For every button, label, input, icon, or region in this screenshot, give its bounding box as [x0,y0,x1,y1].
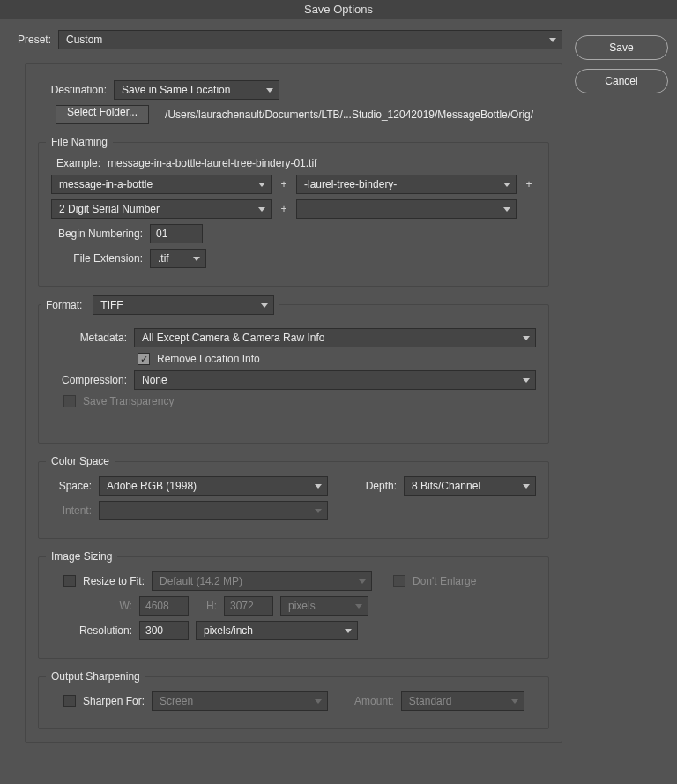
preset-label: Preset: [9,34,51,46]
remove-location-label: Remove Location Info [157,353,260,365]
token1-select[interactable]: message-in-a-bottle [51,175,272,194]
compression-label: Compression: [51,374,127,386]
sharpen-select: Screen [152,691,328,711]
output-sharpening-group: Output Sharpening Sharpen For: Screen Am… [38,676,549,729]
color-space-legend: Color Space [46,455,115,467]
intent-select [99,501,328,520]
w-input [139,596,189,616]
depth-select[interactable]: 8 Bits/Channel [404,476,536,496]
destination-label: Destination: [38,84,107,96]
resize-select: Default (14.2 MP) [152,571,372,591]
plus-icon: + [524,178,534,190]
amount-select: Standard [401,691,524,711]
file-ext-select[interactable]: .tif [150,249,206,268]
save-transparency-checkbox [63,395,76,407]
token2-select[interactable]: -laurel-tree-bindery- [296,175,517,194]
wh-unit-select: pixels [280,596,368,616]
format-group: Format: TIFF Metadata: All Except Camera… [38,304,549,444]
window-title: Save Options [0,0,677,19]
file-naming-legend: File Naming [46,136,113,148]
intent-label: Intent: [51,504,92,517]
space-select[interactable]: Adobe RGB (1998) [99,476,328,496]
output-sharpening-legend: Output Sharpening [46,670,145,683]
h-label: H: [196,600,217,612]
amount-label: Amount: [354,695,394,707]
sharpen-checkbox[interactable] [63,695,76,707]
resize-label: Resize to Fit: [83,575,145,587]
depth-label: Depth: [360,480,397,492]
image-sizing-group: Image Sizing Resize to Fit: Default (14.… [38,556,549,659]
plus-icon: + [279,203,289,215]
main-panel: Destination: Save in Same Location Selec… [25,63,562,743]
destination-select[interactable]: Save in Same Location [114,80,279,100]
save-transparency-label: Save Transparency [83,395,174,407]
token4-select[interactable] [296,199,517,219]
compression-select[interactable]: None [134,370,536,390]
w-label: W: [51,600,132,612]
begin-numbering-input[interactable] [150,224,203,243]
example-value: message-in-a-bottle-laurel-tree-bindery-… [108,157,316,169]
select-folder-button[interactable]: Select Folder... [56,105,149,124]
format-label: Format: [46,299,86,311]
dont-enlarge-label: Don't Enlarge [413,575,476,587]
example-label: Example: [51,157,100,169]
image-sizing-legend: Image Sizing [46,550,117,563]
preset-select[interactable]: Custom [58,30,562,49]
sharpen-label: Sharpen For: [83,695,145,707]
metadata-label: Metadata: [51,332,127,344]
resolution-unit-select[interactable]: pixels/inch [196,621,358,640]
remove-location-checkbox[interactable] [138,353,150,365]
color-space-group: Color Space Space: Adobe RGB (1998) Dept… [38,461,549,539]
cancel-button[interactable]: Cancel [575,69,668,93]
destination-path: /Users/laurachenault/Documents/LTB/...St… [165,108,533,121]
h-input [224,596,273,616]
resolution-label: Resolution: [51,624,132,637]
save-button[interactable]: Save [575,35,668,60]
file-naming-group: File Naming Example: message-in-a-bottle… [38,142,549,287]
resize-checkbox[interactable] [63,575,76,587]
dont-enlarge-checkbox [393,575,405,587]
plus-icon: + [279,178,289,190]
space-label: Space: [51,480,92,492]
file-ext-label: File Extension: [51,252,143,265]
format-select[interactable]: TIFF [93,295,274,315]
begin-numbering-label: Begin Numbering: [51,228,143,240]
resolution-input[interactable] [139,621,189,640]
metadata-select[interactable]: All Except Camera & Camera Raw Info [134,328,536,347]
token3-select[interactable]: 2 Digit Serial Number [51,199,272,219]
